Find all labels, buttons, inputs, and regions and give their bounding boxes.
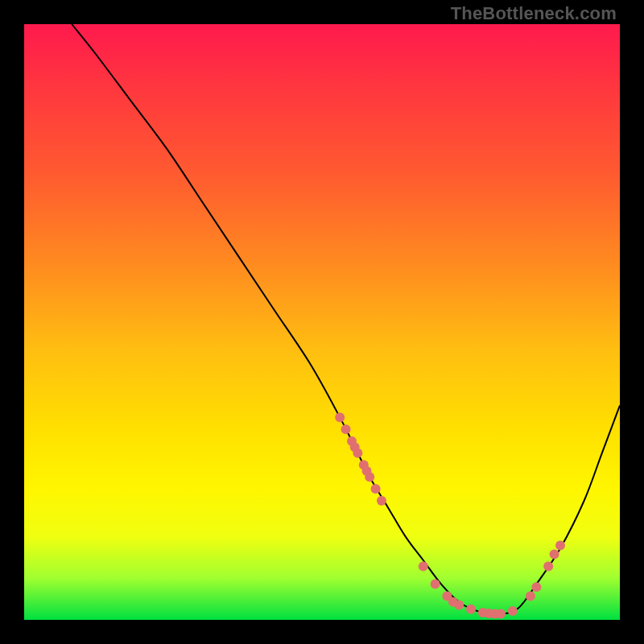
plot-area	[24, 24, 620, 620]
bottleneck-curve	[72, 24, 620, 614]
curve-marker	[377, 496, 386, 506]
curve-marker	[454, 601, 464, 610]
chart-frame: TheBottleneck.com	[0, 0, 644, 644]
curve-marker	[431, 580, 440, 589]
curve-marker	[335, 412, 345, 422]
curve-marker	[531, 582, 541, 592]
curve-marker	[555, 541, 565, 551]
curve-marker	[508, 606, 518, 616]
curve-marker	[550, 550, 559, 559]
curve-marker	[371, 484, 381, 493]
curve-marker	[341, 424, 351, 434]
curve-marker	[543, 561, 553, 571]
curve-marker	[419, 561, 428, 571]
chart-overlay	[24, 24, 620, 620]
curve-marker	[353, 448, 362, 458]
curve-marker	[466, 605, 476, 614]
curve-marker	[496, 609, 506, 619]
watermark-text: TheBottleneck.com	[451, 3, 617, 24]
curve-markers	[335, 412, 565, 618]
curve-marker	[526, 591, 535, 601]
curve-marker	[365, 472, 374, 481]
